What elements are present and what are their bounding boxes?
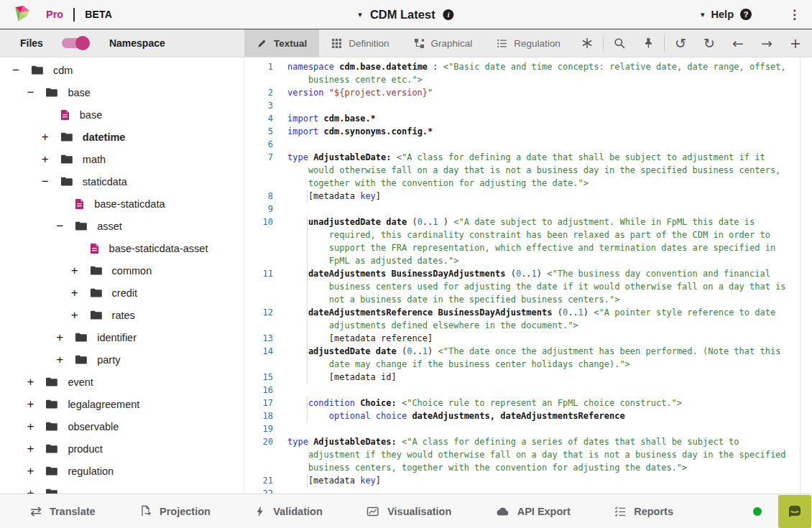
code-line-3[interactable]: 3: [244, 99, 812, 112]
back-button[interactable]: ←: [724, 32, 752, 54]
undo-button[interactable]: ↺: [666, 32, 695, 54]
code-line-21[interactable]: 21 [metadata key]: [244, 474, 812, 487]
tree-item-base[interactable]: base: [0, 103, 244, 126]
code-editor[interactable]: 1namespace cdm.base.datetime : <"Basic d…: [244, 57, 812, 494]
line-number: 17: [249, 397, 285, 409]
plus-expander-icon[interactable]: +: [69, 264, 80, 277]
code-line-7[interactable]: 7type AdjustableDate: <"A class for defi…: [244, 151, 812, 190]
tree-item-base[interactable]: −base: [0, 81, 244, 103]
code-line-15[interactable]: 15 [metadata id]: [244, 371, 812, 384]
plus-expander-icon[interactable]: +: [69, 287, 80, 299]
redo-button[interactable]: ↻: [695, 32, 724, 54]
sidebar-header: Files Namespace: [0, 29, 244, 57]
minus-expander-icon[interactable]: −: [24, 86, 36, 98]
tree-item-observable[interactable]: +observable: [0, 415, 244, 437]
code-line-11[interactable]: 11 dateAdjustments BusinessDayAdjustment…: [244, 267, 812, 306]
code-line-14[interactable]: 14 adjustedDate date (0..1) <"The date o…: [244, 345, 812, 371]
search-button[interactable]: [605, 32, 634, 54]
tree-item-datetime[interactable]: +datetime: [0, 126, 244, 148]
plus-expander-icon[interactable]: +: [24, 420, 36, 432]
plus-expander-icon[interactable]: +: [40, 153, 51, 165]
code-line-19[interactable]: 19: [244, 422, 812, 435]
forward-button[interactable]: →: [752, 32, 781, 54]
code-line-4[interactable]: 4import cdm.base.*: [244, 112, 812, 125]
tree-item-product[interactable]: +product: [0, 437, 244, 460]
folder-icon: [45, 488, 57, 494]
code-line-12[interactable]: 12 dateAdjustmentsReference BusinessDayA…: [244, 306, 812, 332]
plus-expander-icon[interactable]: +: [24, 465, 36, 477]
translate-button[interactable]: ⇄Translate: [30, 504, 96, 518]
code-line-20[interactable]: 20type AdjustableDates: <"A class for de…: [244, 435, 812, 474]
back-icon: ←: [732, 37, 744, 50]
tab-textual[interactable]: Textual: [244, 29, 319, 57]
tree-item-party[interactable]: +party: [0, 348, 244, 371]
code-line-13[interactable]: 13 [metadata reference]: [244, 332, 812, 345]
tree-item-event[interactable]: +event: [0, 371, 244, 393]
code-line-22[interactable]: 22: [244, 487, 812, 494]
tree-item-regulation[interactable]: +regulation: [0, 460, 244, 482]
code-line-9[interactable]: 9: [244, 203, 812, 216]
api-export-button[interactable]: API Export: [496, 504, 571, 518]
validation-button[interactable]: Validation: [254, 504, 323, 518]
tree-item-label: base: [68, 87, 90, 98]
code-line-2[interactable]: 2version "${project.version}": [244, 86, 812, 99]
plus-expander-icon[interactable]: +: [40, 131, 51, 143]
minus-expander-icon[interactable]: −: [54, 220, 65, 232]
chat-launcher-button[interactable]: [778, 495, 811, 528]
files-namespace-toggle[interactable]: [62, 38, 88, 48]
zoom-in-button[interactable]: +: [781, 32, 810, 54]
visualisation-button[interactable]: Visualisation: [366, 504, 451, 518]
cloud-icon: [496, 506, 509, 517]
tree-item-asset[interactable]: −asset: [0, 215, 244, 237]
asterisk-button[interactable]: [573, 32, 601, 54]
project-selector[interactable]: ▾ CDM Latest i: [358, 0, 453, 29]
tree-item-rates[interactable]: +rates: [0, 304, 244, 326]
code-line-10[interactable]: 10 unadjustedDate date (0..1 ) <"A date …: [244, 216, 812, 267]
code-line-5[interactable]: 5import cdm.synonyms.config.*: [244, 125, 812, 138]
rosetta-logo-icon: [13, 5, 32, 24]
minus-expander-icon[interactable]: −: [40, 175, 51, 187]
code-line-18[interactable]: 18 optional choice dateAdjustments, date…: [244, 409, 812, 422]
scrollbar-track[interactable]: [800, 57, 812, 494]
tree-item-legalagreement[interactable]: +legalagreement: [0, 393, 244, 415]
pro-badge: Pro: [46, 9, 63, 20]
tree-item-partial[interactable]: +: [0, 482, 244, 494]
minus-expander-icon[interactable]: −: [10, 64, 22, 76]
projection-button[interactable]: Projection: [139, 504, 211, 518]
tree-item-credit[interactable]: +credit: [0, 282, 244, 304]
question-mark-icon[interactable]: ?: [740, 9, 752, 20]
help-menu[interactable]: Help: [711, 9, 734, 20]
tree-item-cdm[interactable]: −cdm: [0, 59, 244, 81]
tree-item-staticdata[interactable]: −staticdata: [0, 170, 244, 193]
plus-expander-icon[interactable]: +: [24, 487, 36, 494]
line-number: 22: [249, 487, 285, 494]
code-line-1[interactable]: 1namespace cdm.base.datetime : <"Basic d…: [244, 60, 812, 86]
tree-item-math[interactable]: +math: [0, 148, 244, 170]
line-number: 2: [249, 86, 285, 99]
files-toggle-label[interactable]: Files: [20, 37, 43, 49]
plus-expander-icon[interactable]: +: [24, 398, 36, 410]
plus-expander-icon[interactable]: +: [69, 309, 80, 321]
tab-graphical[interactable]: Graphical: [402, 29, 485, 57]
pin-button[interactable]: [634, 32, 663, 54]
plus-expander-icon[interactable]: +: [24, 376, 36, 388]
code-line-17[interactable]: 17 condition Choice: <"Choice rule to re…: [244, 397, 812, 409]
tree-item-base-staticdata[interactable]: base-staticdata: [0, 193, 244, 215]
code-line-6[interactable]: 6: [244, 138, 812, 151]
plus-expander-icon[interactable]: +: [24, 443, 36, 455]
tree-item-identifier[interactable]: +identifier: [0, 326, 244, 348]
code-line-16[interactable]: 16: [244, 384, 812, 397]
code-line-8[interactable]: 8 [metadata key]: [244, 190, 812, 203]
plus-expander-icon[interactable]: +: [54, 331, 65, 343]
plus-expander-icon[interactable]: +: [54, 353, 65, 366]
tab-regulation[interactable]: Regulation: [484, 29, 573, 57]
info-icon[interactable]: i: [443, 9, 454, 20]
tree-item-base-staticdata-asset[interactable]: base-staticdata-asset: [0, 237, 244, 259]
kebab-menu-icon[interactable]: ⋮: [788, 9, 801, 21]
tree-item-common[interactable]: +common: [0, 259, 244, 282]
line-number: 20: [249, 435, 285, 448]
reports-button[interactable]: Reports: [614, 504, 673, 518]
namespace-toggle-label[interactable]: Namespace: [109, 37, 165, 49]
line-number: 12: [249, 306, 285, 319]
tab-definition[interactable]: Definition: [319, 29, 401, 57]
